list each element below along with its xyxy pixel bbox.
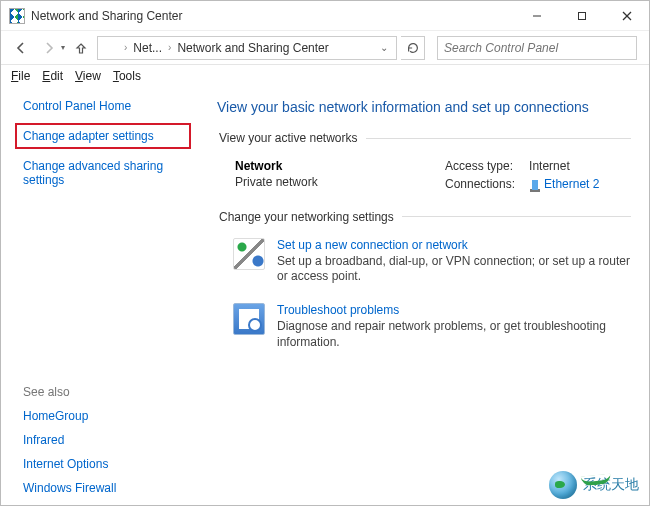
highlight-change-adapter: Change adapter settings	[15, 123, 191, 149]
setup-connection-icon	[233, 238, 265, 270]
link-change-adapter-settings[interactable]: Change adapter settings	[23, 129, 154, 143]
menu-edit[interactable]: Edit	[42, 69, 63, 83]
back-button[interactable]	[9, 36, 33, 60]
main-area: Control Panel Home Change adapter settin…	[1, 87, 649, 505]
change-settings-legend: Change your networking settings	[217, 210, 402, 224]
menu-bar: File Edit View Tools	[1, 65, 649, 87]
network-type: Private network	[235, 175, 415, 189]
up-button[interactable]	[69, 36, 93, 60]
window-title: Network and Sharing Center	[31, 9, 182, 23]
see-also-label: See also	[23, 385, 187, 399]
item-troubleshoot: Troubleshoot problems Diagnose and repai…	[217, 299, 631, 364]
network-sharing-icon	[9, 8, 25, 24]
network-entry: Network Private network Access type: Int…	[217, 155, 631, 192]
ethernet-icon	[529, 178, 541, 192]
crumb-current[interactable]: Network and Sharing Center	[177, 41, 328, 55]
access-type-label: Access type:	[445, 159, 515, 173]
page-heading: View your basic network information and …	[217, 99, 631, 115]
network-name: Network	[235, 159, 415, 173]
chevron-down-icon[interactable]: ⌄	[376, 42, 392, 53]
troubleshoot-icon	[233, 303, 265, 335]
link-connection-ethernet[interactable]: Ethernet 2	[544, 177, 599, 191]
link-homegroup[interactable]: HomeGroup	[23, 409, 187, 423]
menu-file[interactable]: File	[11, 69, 30, 83]
link-control-panel-home[interactable]: Control Panel Home	[23, 99, 187, 113]
item-setup-connection: Set up a new connection or network Set u…	[217, 234, 631, 299]
content-pane: View your basic network information and …	[201, 87, 649, 505]
change-settings-group: Change your networking settings Set up a…	[217, 210, 631, 364]
menu-tools[interactable]: Tools	[113, 69, 141, 83]
active-networks-group: View your active networks Network Privat…	[217, 131, 631, 192]
menu-view[interactable]: View	[75, 69, 101, 83]
setup-connection-desc: Set up a broadband, dial-up, or VPN conn…	[277, 254, 631, 285]
close-button[interactable]	[604, 1, 649, 30]
search-input[interactable]	[438, 41, 636, 55]
navigation-bar: ▾ › Net... › Network and Sharing Center …	[1, 31, 649, 65]
window-controls	[514, 1, 649, 30]
chevron-right-icon[interactable]: ›	[122, 42, 129, 53]
sidebar: Control Panel Home Change adapter settin…	[1, 87, 201, 505]
svg-rect-1	[578, 12, 585, 19]
crumb-parent[interactable]: Net...	[133, 41, 162, 55]
maximize-button[interactable]	[559, 1, 604, 30]
title-bar: Network and Sharing Center	[1, 1, 649, 31]
chevron-right-icon[interactable]: ›	[166, 42, 173, 53]
active-networks-legend: View your active networks	[217, 131, 366, 145]
link-change-advanced-sharing[interactable]: Change advanced sharing settings	[23, 159, 187, 187]
link-windows-firewall[interactable]: Windows Firewall	[23, 481, 187, 495]
link-infrared[interactable]: Infrared	[23, 433, 187, 447]
connections-label: Connections:	[445, 177, 515, 192]
search-box[interactable]	[437, 36, 637, 60]
minimize-button[interactable]	[514, 1, 559, 30]
troubleshoot-desc: Diagnose and repair network problems, or…	[277, 319, 631, 350]
history-dropdown-icon[interactable]: ▾	[61, 43, 65, 52]
refresh-button[interactable]	[401, 36, 425, 60]
breadcrumb[interactable]: › Net... › Network and Sharing Center ⌄	[97, 36, 397, 60]
network-sharing-icon	[102, 40, 118, 56]
access-type-value: Internet	[529, 159, 599, 173]
link-internet-options[interactable]: Internet Options	[23, 457, 187, 471]
link-troubleshoot[interactable]: Troubleshoot problems	[277, 303, 631, 317]
forward-button[interactable]	[37, 36, 61, 60]
link-setup-connection[interactable]: Set up a new connection or network	[277, 238, 631, 252]
